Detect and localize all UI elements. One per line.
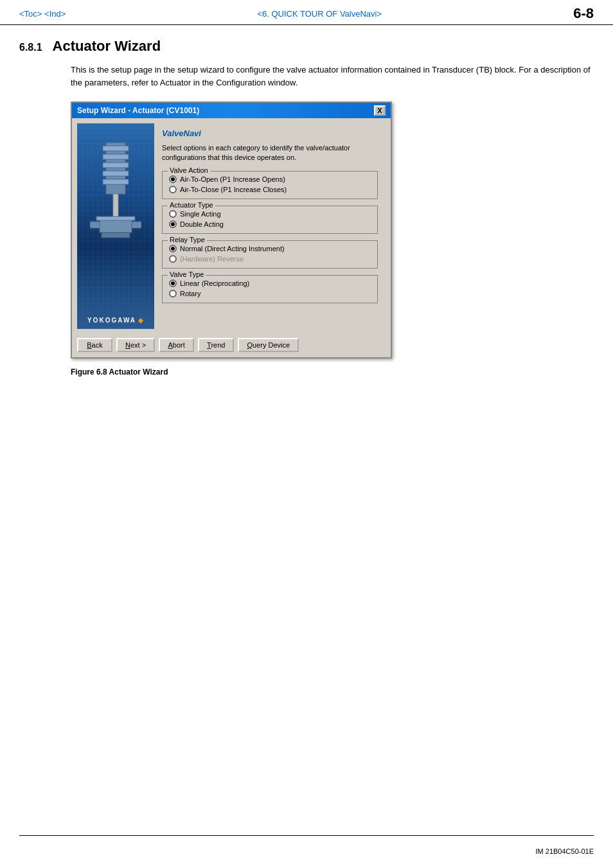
radio-groups-container: Valve ActionAir-To-Open (P1 Increase Ope…	[162, 171, 378, 303]
radio-option-2-0[interactable]: Normal (Direct Acting Instrument)	[169, 245, 371, 252]
radio-group-2: Relay TypeNormal (Direct Acting Instrume…	[162, 240, 378, 269]
section-number: 6.8.1	[19, 42, 42, 53]
radio-text-0-1: Air-To-Close (P1 Increase Closes)	[180, 186, 287, 193]
radio-text-0-0: Air-To-Open (P1 Increase Opens)	[180, 175, 285, 183]
radio-group-label-0: Valve Action	[168, 166, 210, 174]
dialog-left-panel: YOKOGAWA ◆	[77, 123, 154, 329]
radio-text-1-0: Single Acting	[180, 210, 221, 218]
valve-illustration	[84, 136, 148, 303]
page-footer: IM 21B04C50-01E	[536, 847, 594, 855]
radio-group-3: Valve TypeLinear (Reciprocating)Rotary	[162, 275, 378, 303]
valve-svg	[90, 136, 141, 265]
radio-input-0-0[interactable]	[169, 175, 177, 183]
figure-caption: Figure 6.8 Actuator Wizard	[71, 368, 594, 376]
svg-rect-7	[100, 220, 132, 233]
radio-input-0-1[interactable]	[169, 186, 177, 193]
main-content: 6.8.1 Actuator Wizard This is the setup …	[0, 25, 613, 389]
footer-line	[19, 835, 594, 836]
dialog-right-panel: ValveNavi Select options in each categor…	[154, 123, 386, 329]
radio-text-1-1: Double Acting	[180, 220, 224, 228]
actuator-wizard-dialog: Setup Wizard - Actuator (CV1001) X	[71, 102, 392, 359]
brand-name-text: ValveNavi	[162, 128, 378, 138]
radio-group-1: Actuator TypeSingle ActingDouble Acting	[162, 206, 378, 234]
query-device-button[interactable]: Query Device	[238, 338, 299, 352]
dialog-footer: Back Next > Abort Trend Query Device	[72, 334, 391, 357]
radio-input-3-0[interactable]	[169, 279, 177, 287]
svg-rect-11	[102, 233, 130, 238]
brand-logo: YOKOGAWA ◆	[87, 317, 144, 324]
dialog-title: Setup Wizard - Actuator (CV1001)	[77, 106, 199, 115]
radio-option-1-1[interactable]: Double Acting	[169, 220, 371, 228]
brand-name: YOKOGAWA	[87, 317, 136, 324]
brand-diamond: ◆	[138, 317, 144, 324]
radio-text-2-1: (Hardware) Reverse	[180, 255, 244, 263]
dialog-body: YOKOGAWA ◆ ValveNavi Select options in e…	[72, 118, 391, 334]
radio-option-0-1[interactable]: Air-To-Close (P1 Increase Closes)	[169, 186, 371, 193]
radio-option-1-0[interactable]: Single Acting	[169, 210, 371, 218]
radio-input-1-1[interactable]	[169, 220, 177, 228]
radio-text-3-1: Rotary	[180, 290, 200, 297]
radio-input-2-0[interactable]	[169, 245, 177, 252]
section-description: This is the setup page in the setup wiza…	[71, 64, 594, 89]
radio-text-3-0: Linear (Reciprocating)	[180, 279, 249, 287]
toc-link[interactable]: <Toc>	[19, 9, 42, 19]
abort-button[interactable]: Abort	[159, 338, 194, 352]
svg-rect-10	[132, 222, 141, 228]
dialog-intro-text: Select options in each category to ident…	[162, 143, 378, 163]
section-title: 6.8.1 Actuator Wizard	[19, 38, 594, 55]
radio-option-3-0[interactable]: Linear (Reciprocating)	[169, 279, 371, 287]
section-name: Actuator Wizard	[53, 38, 161, 55]
trend-button[interactable]: Trend	[198, 338, 234, 352]
radio-group-0: Valve ActionAir-To-Open (P1 Increase Ope…	[162, 171, 378, 199]
radio-input-1-0[interactable]	[169, 210, 177, 218]
svg-rect-2	[103, 154, 129, 159]
svg-rect-8	[96, 217, 135, 220]
dialog-titlebar: Setup Wizard - Actuator (CV1001) X	[72, 103, 391, 118]
next-button[interactable]: Next >	[116, 338, 155, 352]
radio-option-3-1[interactable]: Rotary	[169, 290, 371, 297]
dialog-close-button[interactable]: X	[374, 105, 386, 116]
header-nav[interactable]: <Toc> <Ind>	[19, 9, 66, 19]
radio-input-3-1[interactable]	[169, 290, 177, 297]
radio-group-label-2: Relay Type	[168, 236, 207, 244]
svg-rect-1	[103, 146, 129, 151]
header-center: <6. QUICK TOUR OF ValveNavi>	[257, 9, 382, 19]
svg-rect-5	[103, 179, 129, 184]
svg-rect-4	[103, 171, 129, 176]
radio-input-2-1[interactable]	[169, 255, 177, 263]
ind-link[interactable]: <Ind>	[44, 9, 66, 19]
radio-text-2-0: Normal (Direct Acting Instrument)	[180, 245, 285, 252]
page-header: <Toc> <Ind> <6. QUICK TOUR OF ValveNavi>…	[0, 0, 613, 25]
radio-option-0-0[interactable]: Air-To-Open (P1 Increase Opens)	[169, 175, 371, 183]
svg-rect-9	[90, 222, 100, 228]
radio-group-label-3: Valve Type	[168, 270, 206, 278]
svg-rect-3	[103, 163, 129, 168]
page-number: 6-8	[573, 5, 594, 22]
radio-option-2-1[interactable]: (Hardware) Reverse	[169, 255, 371, 263]
svg-rect-6	[113, 194, 118, 220]
back-button[interactable]: Back	[77, 338, 112, 352]
dialog-wrapper: Setup Wizard - Actuator (CV1001) X	[71, 102, 594, 359]
radio-group-label-1: Actuator Type	[168, 201, 215, 209]
